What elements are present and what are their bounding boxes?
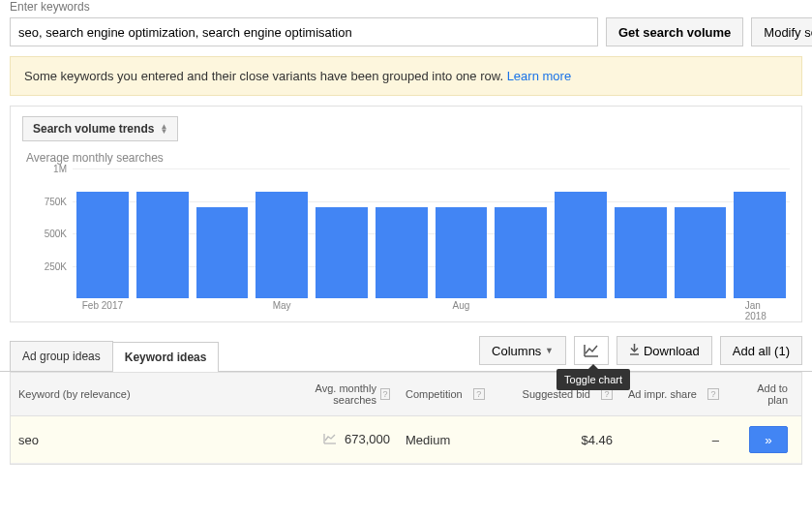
tab-ad-group-ideas[interactable]: Ad group ideas — [10, 341, 113, 371]
toggle-chart-tooltip: Toggle chart — [556, 369, 630, 390]
chart-bar — [376, 207, 428, 298]
cell-avg: 673,000 — [282, 422, 398, 457]
y-tick-label: 750K — [45, 196, 67, 206]
chart-bar — [495, 207, 547, 298]
results-table: Keyword (by relevance) Avg. monthly sear… — [10, 372, 802, 465]
help-icon[interactable]: ? — [707, 388, 719, 400]
x-tick-label: Aug — [452, 300, 469, 311]
cell-add: » — [727, 416, 801, 463]
help-icon[interactable]: ? — [380, 388, 390, 400]
chart-bar — [436, 207, 488, 298]
toggle-chart-button[interactable] — [574, 336, 609, 365]
chart-title: Average monthly searches — [26, 151, 790, 165]
chart-bar — [136, 192, 189, 298]
sparkline-icon[interactable] — [323, 433, 337, 447]
chart-metric-dropdown[interactable]: Search volume trends ▲▼ — [22, 116, 178, 141]
add-all-button[interactable]: Add all (1) — [720, 336, 802, 365]
chart-bar — [76, 192, 129, 298]
tab-keyword-ideas[interactable]: Keyword ideas — [112, 342, 220, 372]
chart-bar — [256, 192, 308, 298]
chart-bar — [615, 207, 667, 298]
table-row: seo673,000Medium$4.46–» — [11, 416, 801, 464]
chart-bar — [555, 192, 607, 298]
col-header-impr[interactable]: Ad impr. share ? — [620, 373, 727, 415]
y-tick-label: 500K — [45, 229, 67, 239]
y-tick-label: 250K — [45, 260, 67, 271]
download-icon — [629, 344, 640, 358]
help-icon[interactable]: ? — [473, 388, 485, 400]
learn-more-link[interactable]: Learn more — [507, 69, 571, 83]
col-header-add: Add to plan — [727, 373, 801, 415]
x-tick-label: Jan 2018 — [745, 300, 775, 321]
columns-button[interactable]: Columns ▼ — [479, 336, 566, 365]
notice-banner: Some keywords you entered and their clos… — [10, 56, 802, 96]
chart-bar — [316, 207, 368, 298]
cell-bid: $4.46 — [514, 423, 620, 457]
chart-area: 250K500K750K1M Feb 2017MayAugJan 2018 — [22, 168, 790, 316]
col-header-competition[interactable]: Competition ? — [398, 373, 514, 415]
line-chart-icon — [584, 344, 599, 357]
y-tick-label: 1M — [53, 164, 67, 174]
add-to-plan-button[interactable]: » — [749, 426, 788, 453]
get-search-volume-button[interactable]: Get search volume — [606, 17, 743, 46]
col-header-keyword[interactable]: Keyword (by relevance) — [11, 373, 282, 415]
chart-bar — [196, 207, 249, 298]
download-button[interactable]: Download — [617, 336, 712, 365]
sort-arrows-icon: ▲▼ — [160, 124, 167, 134]
chart-bar — [734, 192, 786, 298]
keywords-label: Enter keywords — [10, 0, 802, 14]
cell-keyword: seo — [11, 423, 282, 457]
chart-bar — [675, 207, 727, 298]
modify-search-button[interactable]: Modify search — [751, 17, 812, 46]
chart-metric-label: Search volume trends — [33, 122, 154, 136]
x-tick-label: Feb 2017 — [82, 300, 123, 311]
chart-panel: Search volume trends ▲▼ Average monthly … — [10, 106, 802, 322]
cell-competition: Medium — [398, 423, 514, 457]
notice-text: Some keywords you entered and their clos… — [24, 69, 507, 83]
cell-impr: – — [620, 423, 727, 457]
keywords-input[interactable] — [10, 17, 598, 46]
caret-down-icon: ▼ — [545, 346, 554, 355]
col-header-avg[interactable]: Avg. monthly searches? — [282, 373, 398, 415]
x-tick-label: May — [273, 300, 291, 311]
